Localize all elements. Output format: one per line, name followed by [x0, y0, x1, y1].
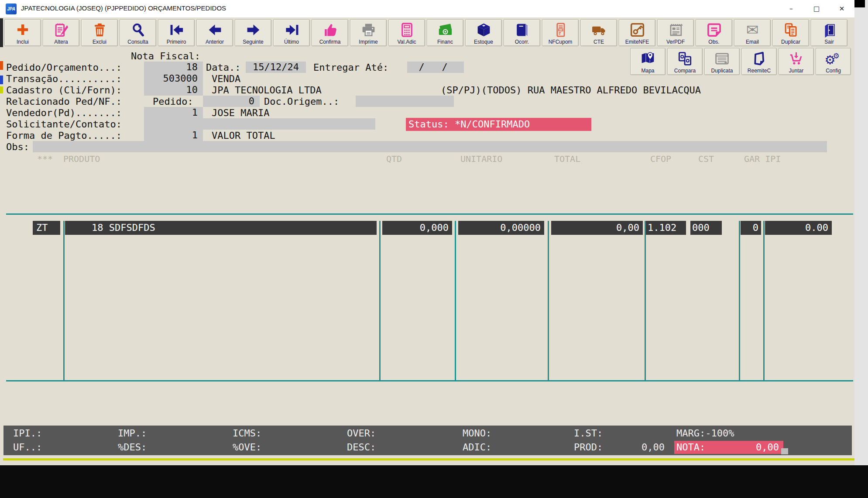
- grid-column-divider: [63, 221, 65, 381]
- obs-field[interactable]: [33, 141, 827, 152]
- money-icon: [437, 21, 453, 39]
- footer-imp-label: IMP.:: [118, 428, 147, 439]
- footer-desc-label: DESC:: [347, 442, 376, 453]
- row-cell-produto[interactable]: 18 SDFSDFDS: [65, 221, 377, 235]
- toolbar-button-label: Primeiro: [167, 39, 186, 45]
- toolbar-button-obs[interactable]: Obs.: [696, 19, 732, 46]
- toolbar-button-verpdf[interactable]: VerPDF: [657, 19, 694, 46]
- footer-ipi-label: IPI.:: [13, 428, 42, 439]
- row-cell-qtd[interactable]: 0,000: [382, 221, 452, 235]
- toolbar-button-label: VerPDF: [666, 39, 685, 45]
- toolbar-button-seguinte[interactable]: Seguinte: [235, 19, 271, 46]
- toolbar-button-nfcupom[interactable]: NFCupom: [542, 19, 579, 46]
- toolbar-button-altera[interactable]: Altera: [43, 19, 79, 46]
- transacao-field[interactable]: 503000: [144, 73, 203, 84]
- toolbar-button-ocorr[interactable]: Ocorr.: [504, 19, 540, 46]
- duplicata-card-icon: [714, 49, 730, 68]
- row-cell-cst[interactable]: 000: [690, 221, 722, 235]
- toolbar-button-config[interactable]: ⚙ ⚙ Config: [816, 48, 851, 75]
- toolbar-button-confirma[interactable]: Confirma: [312, 19, 348, 46]
- resize-grip: [781, 448, 788, 454]
- relacionado-pedido-label: Pedido:: [153, 96, 193, 107]
- toolbar-button-label: CTE: [594, 39, 604, 45]
- grid-top-border: [6, 213, 853, 215]
- toolbar-button-label: Confirma: [319, 39, 341, 45]
- toolbar-button-label: Obs.: [708, 39, 719, 45]
- separator-line: [3, 458, 854, 460]
- thumbs-up-icon: [322, 21, 338, 39]
- data-label: Data.:: [206, 62, 240, 73]
- toolbar-button-primeiro[interactable]: Primeiro: [158, 19, 195, 46]
- toolbar-button-duplicar[interactable]: Duplicar: [772, 19, 809, 46]
- left-edge-fragment: [0, 61, 3, 70]
- toolbar-button-label: Compara: [674, 68, 696, 74]
- grid-header-stars: ***: [37, 154, 53, 164]
- email-icon: ✉: [746, 21, 759, 39]
- maximize-button[interactable]: □: [804, 0, 829, 17]
- toolbar-button-imprime[interactable]: Imprime: [350, 19, 387, 46]
- minimize-button[interactable]: –: [779, 0, 804, 17]
- vendedor-field[interactable]: 1: [144, 107, 203, 118]
- entregar-ate-field[interactable]: / /: [407, 62, 464, 73]
- toolbar-button-duplicata[interactable]: Duplicata: [704, 48, 740, 75]
- forma-pagto-label: Forma de Pagto.....:: [6, 130, 122, 141]
- left-edge-fragment: [0, 18, 3, 47]
- cadastro-field[interactable]: 10: [144, 84, 203, 96]
- toolbar-button-label: Anterior: [206, 39, 224, 45]
- row-cell-ipi[interactable]: 0.00: [765, 221, 832, 235]
- toolbar-button-financ[interactable]: Financ: [427, 19, 463, 46]
- toolbar-button-mapa[interactable]: Mapa: [630, 48, 666, 75]
- doc-origem-label: Doc.Origem..:: [264, 96, 339, 107]
- bent-page-icon: [751, 49, 767, 68]
- last-record-icon: [284, 21, 300, 39]
- calculator-icon: [399, 21, 415, 39]
- toolbar-button-reemitec[interactable]: ReemiteC: [741, 48, 777, 75]
- toolbar-button-anterior[interactable]: Anterior: [196, 19, 233, 46]
- toolbar-button-valadic[interactable]: Val.Adic: [388, 19, 425, 46]
- solicitante-field[interactable]: [144, 118, 375, 130]
- toolbar-button-email[interactable]: ✉ Email: [734, 19, 771, 46]
- footer-des-label: %DES:: [118, 442, 147, 453]
- toolbar-button-compara[interactable]: Compara: [667, 48, 703, 75]
- row-cell-tipo[interactable]: ZT: [33, 221, 60, 235]
- toolbar-button-exclui[interactable]: Exclui: [81, 19, 118, 46]
- toolbar-button-emitenfe[interactable]: EmiteNFE: [619, 19, 655, 46]
- row-cell-cfop[interactable]: 1.102: [646, 221, 686, 235]
- row-cell-total[interactable]: 0,00: [551, 221, 643, 235]
- close-button[interactable]: ✕: [829, 0, 854, 17]
- nota-fiscal-label: Nota Fiscal:: [131, 51, 200, 62]
- row-cell-unitario[interactable]: 0,00000: [458, 221, 544, 235]
- footer-adic-label: ADIC:: [463, 442, 491, 453]
- toolbar-button-label: Estoque: [474, 39, 493, 45]
- toolbar-button-ultimo[interactable]: Último: [273, 19, 310, 46]
- doc-origem-field[interactable]: [356, 96, 454, 107]
- toolbar-button-sair[interactable]: Sair: [811, 19, 847, 46]
- grid-header-total: TOTAL: [554, 154, 580, 164]
- pedido-orcamento-field[interactable]: 18: [144, 62, 203, 73]
- plus-icon: ✚: [17, 21, 29, 39]
- toolbar-button-inclui[interactable]: ✚ Inclui: [4, 19, 41, 46]
- app-window: JPA JPATECNOLOGIA (JOSEQ) (PJPPEDIDO) OR…: [0, 0, 868, 498]
- footer-marg-label: MARG:-100%: [676, 428, 734, 439]
- toolbar-button-juntar[interactable]: Juntar: [779, 48, 814, 75]
- toolbar-button-label: EmiteNFE: [625, 39, 649, 45]
- toolbar-button-cte[interactable]: CTE: [580, 19, 617, 46]
- toolbar-button-estoque[interactable]: Estoque: [465, 19, 502, 46]
- data-field[interactable]: 15/12/24: [246, 62, 306, 73]
- toolbar-button-consulta[interactable]: Consulta: [120, 19, 156, 46]
- row-cell-gar[interactable]: 0: [741, 221, 761, 235]
- footer-prod-value: 0,00: [608, 442, 665, 453]
- bottom-black-bar: [0, 465, 868, 498]
- relacionado-pedido-field[interactable]: 0: [203, 96, 260, 107]
- obs-label: Obs:: [6, 141, 29, 153]
- forma-pagto-field[interactable]: 1: [144, 130, 203, 141]
- left-edge-fragment: [0, 76, 3, 84]
- book-icon: [514, 21, 530, 39]
- toolbar-button-label: Config: [826, 68, 841, 74]
- grid-header-gar-ipi: GAR IPI: [744, 154, 781, 164]
- status-badge: Status: *N/CONFIRMADO: [406, 118, 591, 131]
- receipt-icon: [552, 21, 569, 39]
- trash-icon: [92, 21, 108, 39]
- window-controls: – □ ✕: [779, 0, 854, 17]
- toolbar-button-label: Val.Adic: [397, 39, 416, 45]
